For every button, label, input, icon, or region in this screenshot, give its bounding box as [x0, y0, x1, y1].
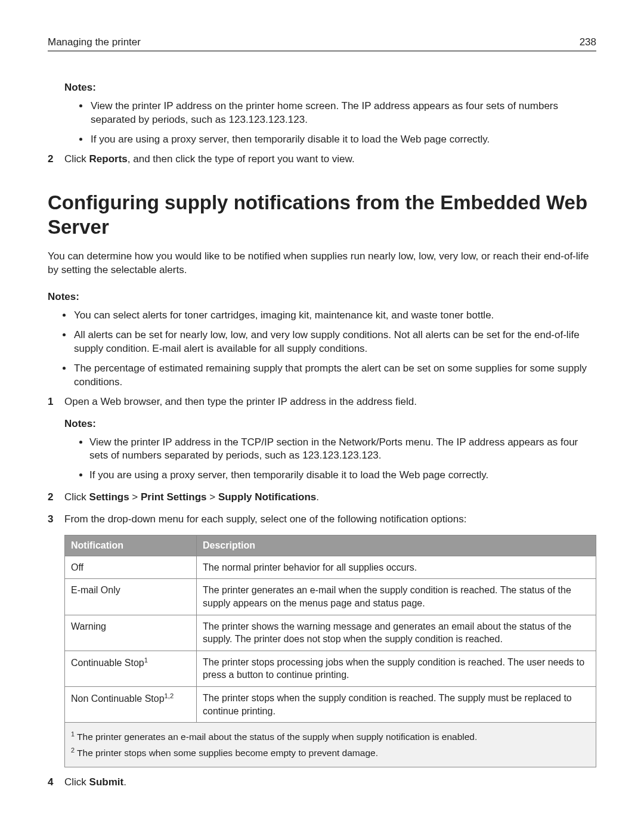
step-item: From the drop-down menu for each supply,…: [48, 513, 596, 767]
notif-name: Warning: [65, 615, 197, 651]
step-text-prefix: Click: [64, 491, 89, 503]
table-row: Warning The printer shows the warning me…: [65, 615, 596, 651]
step-item: Open a Web browser, and then type the pr…: [48, 395, 596, 483]
footnote-2: 2 The printer stops when some supplies b…: [71, 746, 590, 760]
step-text: Open a Web browser, and then type the pr…: [64, 396, 417, 407]
table-row: Off The normal printer behavior for all …: [65, 556, 596, 579]
note-item: If you are using a proxy server, then te…: [89, 133, 596, 147]
note-item: If you are using a proxy server, then te…: [89, 469, 596, 482]
note-item: All alerts can be set for nearly low, lo…: [73, 329, 596, 356]
step-sep: >: [129, 491, 141, 503]
step-text-prefix: Click: [64, 153, 89, 165]
section-heading: Configuring supply notifications from th…: [48, 190, 596, 240]
step-text-suffix: , and then click the type of report you …: [128, 153, 355, 165]
step-sep: >: [207, 491, 218, 503]
note-item: View the printer IP address in the TCP/I…: [89, 436, 596, 463]
step-bold: Settings: [89, 491, 129, 503]
table-footnotes: 1 The printer generates an e-mail about …: [65, 723, 596, 767]
footnote-1: 1 The printer generates an e-mail about …: [71, 730, 590, 744]
notif-desc: The printer stops processing jobs when t…: [197, 651, 596, 686]
note-item: You can select alerts for toner cartridg…: [73, 309, 596, 323]
notif-desc: The printer generates an e-mail when the…: [197, 579, 596, 615]
note-item: The percentage of estimated remaining su…: [73, 362, 596, 389]
top-notes-list: View the printer IP address on the print…: [64, 100, 596, 147]
step-notes-list: View the printer IP address in the TCP/I…: [64, 436, 596, 483]
step-bold: Submit: [89, 776, 124, 788]
step-bold: Supply Notifications: [218, 491, 316, 503]
notif-name: E-mail Only: [65, 579, 197, 615]
page-number: 238: [580, 36, 596, 49]
step-suffix: .: [316, 491, 319, 503]
notif-name: Off: [65, 556, 197, 579]
notes-label: Notes:: [64, 417, 596, 431]
table-row: Non Continuable Stop1,2 The printer stop…: [65, 686, 596, 722]
step-text: From the drop-down menu for each supply,…: [64, 513, 466, 525]
table-header-description: Description: [197, 535, 596, 556]
notif-desc: The printer stops when the supply condit…: [197, 686, 596, 722]
section-notes-list: You can select alerts for toner cartridg…: [48, 309, 596, 389]
top-step-list: Click Reports, and then click the type o…: [48, 153, 596, 166]
top-notes-block: Notes: View the printer IP address on th…: [64, 81, 596, 147]
step-bold: Print Settings: [141, 491, 207, 503]
step-item: Click Submit.: [48, 776, 596, 789]
step-item: Click Reports, and then click the type o…: [48, 153, 596, 166]
notes-label: Notes:: [64, 81, 596, 95]
note-item: View the printer IP address on the print…: [89, 100, 596, 127]
footnote-ref: 1,2: [165, 692, 174, 699]
table-header-notification: Notification: [65, 535, 197, 556]
step-suffix: .: [123, 776, 126, 788]
header-title: Managing the printer: [48, 36, 141, 49]
intro-text: You can determine how you would like to …: [48, 250, 596, 277]
notification-table: Notification Description Off The normal …: [64, 535, 596, 767]
main-steps: Open a Web browser, and then type the pr…: [48, 395, 596, 790]
notes-label: Notes:: [48, 290, 596, 304]
notif-desc: The printer shows the warning message an…: [197, 615, 596, 651]
page-header: Managing the printer 238: [48, 36, 596, 51]
step-item: Click Settings > Print Settings > Supply…: [48, 491, 596, 504]
notif-desc: The normal printer behavior for all supp…: [197, 556, 596, 579]
table-row: Continuable Stop1 The printer stops proc…: [65, 651, 596, 686]
table-row: E-mail Only The printer generates an e-m…: [65, 579, 596, 615]
notif-name: Non Continuable Stop1,2: [65, 686, 197, 722]
footnote-ref: 1: [144, 657, 148, 664]
step-text-prefix: Click: [64, 776, 89, 788]
notif-name: Continuable Stop1: [65, 651, 197, 686]
step-bold: Reports: [89, 153, 128, 165]
